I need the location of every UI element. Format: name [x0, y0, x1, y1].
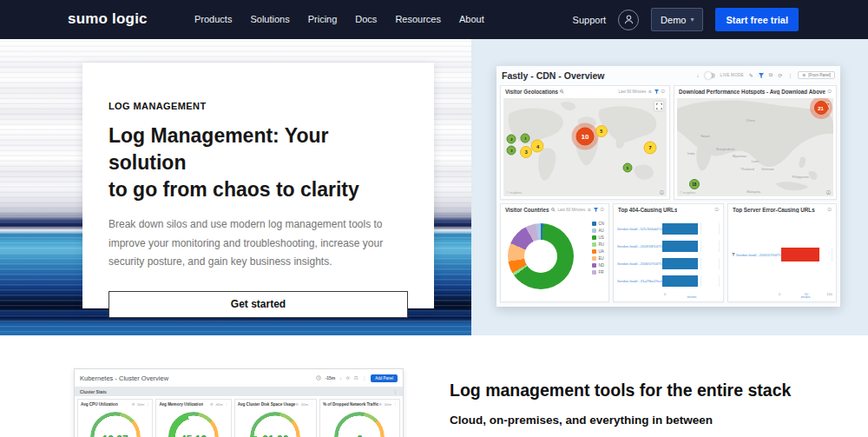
map-bubble[interactable]: 10	[576, 128, 595, 146]
map-bubble[interactable]: 1	[521, 134, 530, 143]
get-started-button[interactable]: Get started	[108, 291, 408, 318]
map-place-label: Nepal	[700, 133, 709, 137]
nav-link-docs[interactable]: Docs	[355, 14, 377, 24]
info-icon[interactable]: ⓘ	[826, 189, 831, 195]
map-bubble[interactable]: 5	[622, 163, 632, 173]
bar-category-link[interactable]: /london-food/...2005/07/04/T000	[736, 253, 781, 257]
kebab-menu-icon[interactable]: ⋮	[362, 375, 366, 381]
bar-category-link[interactable]: /london-food/...5/2c304ab2/.html	[617, 227, 662, 231]
kebab-menu-icon[interactable]: ⋮	[393, 402, 397, 407]
gear-icon[interactable]: ⚙	[210, 402, 214, 407]
kebab-menu-icon[interactable]: ⋮	[393, 389, 398, 394]
info-icon[interactable]: ⓘ	[661, 89, 666, 94]
donut-chart[interactable]	[508, 223, 574, 289]
nav-link-resources[interactable]: Resources	[395, 14, 441, 24]
gauge-time-range[interactable]: -60m	[300, 402, 308, 407]
gear-icon[interactable]: ⚙	[378, 402, 382, 407]
bar[interactable]	[662, 241, 698, 252]
map-bubble[interactable]: 18	[689, 179, 700, 189]
legend-item[interactable]: AU	[592, 228, 605, 233]
from-panel-selector[interactable]: ⚙ [From Panel]	[798, 71, 835, 79]
panel-header: Visitor Geolocations Last 60 Minutes ⧉ ⓘ	[501, 86, 669, 97]
bar[interactable]	[781, 248, 819, 262]
map-bubble[interactable]: 4	[531, 140, 544, 153]
nav-link-about[interactable]: About	[459, 14, 484, 24]
legend-item[interactable]: FR	[592, 270, 605, 275]
legend-color-chip	[592, 235, 596, 240]
sumo-logic-logo[interactable]: sumo logic	[68, 10, 148, 28]
bar[interactable]	[662, 275, 698, 287]
map-bubble[interactable]: 7	[644, 141, 657, 154]
gauge-header-right: ⚙ -60m ⋮	[378, 402, 397, 407]
filter-icon[interactable]	[759, 73, 764, 78]
map-bubble[interactable]: 21	[814, 101, 828, 115]
gauge-panel: % of Dropped Network Traffic ⚙ -60m ⋮ 0	[319, 399, 400, 437]
info-icon[interactable]: ⓘ	[715, 208, 720, 212]
refresh-icon[interactable]: ⟳	[778, 72, 782, 78]
gear-icon[interactable]: ⚙	[132, 402, 135, 407]
cluster-stats-section-bar[interactable]: Cluster Stats ⋮	[75, 387, 403, 396]
world-map[interactable]: © mapbox ⓘ 2133410575	[503, 98, 667, 196]
kebab-menu-icon[interactable]: ⋮	[787, 72, 792, 78]
bar[interactable]	[662, 223, 698, 235]
bar-category-link[interactable]: /london-food/...2003/08/14/T000	[617, 244, 662, 248]
info-icon[interactable]: ⓘ	[828, 208, 832, 212]
clock-icon[interactable]	[316, 375, 321, 381]
legend-item[interactable]: EU	[592, 256, 605, 261]
save-icon[interactable]: ⊡	[354, 375, 358, 381]
gauge-value: 45.19	[168, 417, 219, 437]
gauge-time-range[interactable]: -60m	[136, 402, 144, 407]
legend-item[interactable]: ND	[592, 263, 605, 268]
magnifier-icon[interactable]	[560, 89, 564, 94]
edit-pencil-icon[interactable]: ✎	[749, 72, 753, 78]
nav-link-solutions[interactable]: Solutions	[250, 14, 289, 24]
refresh-icon[interactable]: ⟳	[346, 375, 350, 381]
kebab-menu-icon[interactable]: ⋮	[146, 402, 149, 407]
download-icon[interactable]: ↓	[339, 375, 342, 381]
legend-item[interactable]: UA	[592, 249, 605, 254]
info-icon[interactable]: ⓘ	[660, 189, 664, 195]
share-icon[interactable]: ⧉	[769, 72, 773, 78]
asia-map[interactable]: © mapbox ⓘ 2118ChinaNepalBangladeshIndia…	[677, 98, 833, 196]
share-icon[interactable]: ⧉	[648, 89, 651, 94]
start-free-trial-button[interactable]: Start free trial	[715, 8, 799, 31]
bar-row: /london-food/...2005/07/04/T000	[732, 248, 832, 262]
map-bubble[interactable]: 3	[520, 146, 532, 158]
expand-icon[interactable]	[654, 102, 663, 110]
kebab-menu-icon[interactable]: ⋮	[310, 402, 313, 407]
user-avatar-icon[interactable]	[618, 10, 639, 30]
nav-link-pricing[interactable]: Pricing	[308, 14, 338, 24]
filter-icon[interactable]	[732, 253, 735, 256]
bar-category-link[interactable]: /london-food/...2006/07/04/T000	[617, 262, 662, 266]
gauge-time-range[interactable]: -60m	[384, 402, 391, 407]
legend-item[interactable]: RU	[592, 242, 605, 247]
chevron-down-icon: ▾	[690, 16, 694, 23]
demo-dropdown[interactable]: Demo ▾	[651, 8, 703, 31]
filter-icon[interactable]	[654, 89, 659, 94]
filter-icon[interactable]	[594, 208, 598, 212]
gridline	[719, 223, 720, 235]
magnifier-icon[interactable]	[551, 208, 556, 212]
share-icon[interactable]: ⧉	[588, 208, 590, 212]
add-panel-button[interactable]: Add Panel	[371, 374, 398, 382]
kebab-menu-icon[interactable]: ⋮	[225, 402, 228, 407]
bar[interactable]	[662, 258, 698, 269]
map-place-label: Vietnam	[761, 167, 774, 171]
legend-item[interactable]: US	[592, 235, 605, 240]
legend-item[interactable]: CN	[592, 222, 605, 226]
gauge-time-range[interactable]: -60m	[215, 402, 223, 407]
nav-link-products[interactable]: Products	[194, 14, 232, 24]
hero-title-line1: Log Management: Your solution	[108, 122, 408, 176]
info-icon[interactable]: ⓘ	[828, 89, 832, 94]
map-place-label: Malaysia	[746, 189, 760, 194]
map-bubble[interactable]: 5	[595, 125, 608, 137]
live-mode-toggle[interactable]	[705, 73, 715, 78]
info-icon[interactable]: ⓘ	[601, 208, 605, 212]
download-icon[interactable]: ↓	[697, 73, 700, 78]
map-bubble[interactable]: 2	[507, 135, 516, 144]
bar-category-link[interactable]: /london-food/...31a29ba19a.html	[617, 279, 662, 283]
gear-icon[interactable]: ⚙	[295, 402, 299, 407]
time-range-label[interactable]: -15m	[326, 375, 336, 381]
nav-link-support[interactable]: Support	[573, 15, 607, 25]
map-bubble[interactable]: 3	[507, 145, 516, 155]
